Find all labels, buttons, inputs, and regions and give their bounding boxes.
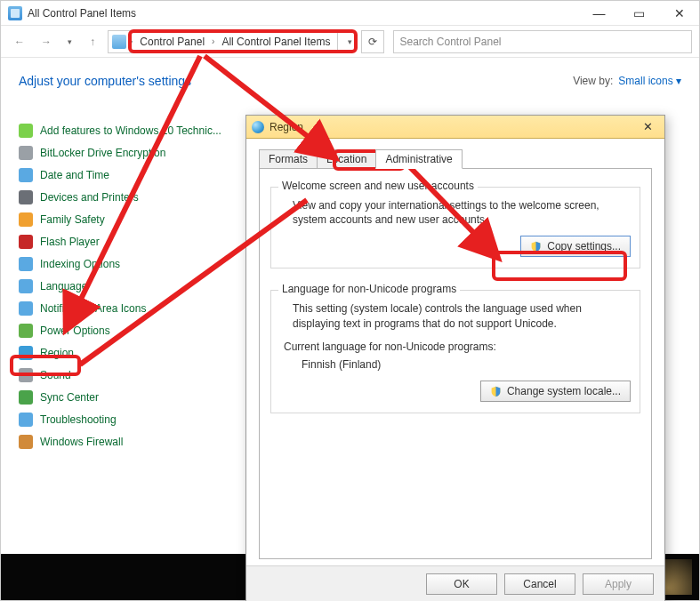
item-label: Sync Center: [40, 391, 99, 404]
titlebar: All Control Panel Items — ▭ ✕: [1, 1, 699, 26]
view-by: View by: Small icons ▾: [573, 75, 681, 87]
item-icon: [19, 235, 33, 249]
group-desc: This setting (system locale) controls th…: [293, 301, 631, 330]
item-icon: [19, 301, 33, 316]
chevron-right-icon: ›: [212, 36, 214, 46]
view-by-value[interactable]: Small icons ▾: [618, 75, 681, 87]
item-label: Sound: [40, 369, 71, 381]
history-dropdown[interactable]: ▾: [61, 37, 77, 46]
chevron-right-icon: ›: [130, 36, 133, 46]
breadcrumb-segment[interactable]: Control Panel: [136, 36, 208, 48]
copy-settings-button[interactable]: Copy settings...: [520, 236, 631, 257]
item-icon: [19, 435, 33, 449]
item-icon: [19, 346, 33, 360]
item-label: Power Options: [40, 325, 110, 337]
close-button[interactable]: ✕: [659, 1, 699, 26]
view-by-label: View by:: [573, 75, 613, 87]
tabs: Formats Location Administrative: [259, 149, 652, 169]
change-system-locale-button[interactable]: Change system locale...: [480, 381, 631, 402]
ok-button[interactable]: OK: [426, 573, 497, 595]
item-label: Notification Area Icons: [40, 302, 146, 315]
control-panel-icon: [8, 6, 22, 20]
item-label: BitLocker Drive Encryption: [40, 147, 165, 159]
minimize-button[interactable]: —: [579, 1, 619, 26]
page-title: Adjust your computer's settings: [19, 74, 191, 88]
apply-button[interactable]: Apply: [583, 573, 654, 595]
path-dropdown[interactable]: ▾: [342, 37, 358, 46]
item-label: Troubleshooting: [40, 413, 117, 426]
tab-location[interactable]: Location: [317, 149, 376, 169]
window-title: All Control Panel Items: [28, 7, 136, 20]
back-button[interactable]: ←: [8, 30, 31, 53]
group-legend: Language for non-Unicode programs: [278, 283, 460, 295]
item-icon: [19, 257, 33, 271]
chevron-down-icon: ▾: [676, 75, 681, 87]
item-icon: [19, 190, 33, 204]
item-icon: [19, 168, 33, 182]
current-lang-value: Finnish (Finland): [302, 357, 631, 372]
globe-icon: [252, 121, 264, 133]
tab-administrative[interactable]: Administrative: [375, 149, 462, 169]
breadcrumb[interactable]: › Control Panel › All Control Panel Item…: [108, 30, 338, 53]
up-button[interactable]: ↑: [81, 30, 104, 53]
item-label: Language: [40, 280, 87, 292]
tab-formats[interactable]: Formats: [259, 149, 318, 169]
navigation-bar: ← → ▾ ↑ › Control Panel › All Control Pa…: [1, 26, 699, 58]
dialog-titlebar: Region ✕: [246, 116, 664, 139]
item-label: Devices and Printers: [40, 191, 139, 204]
item-label: Date and Time: [40, 169, 109, 181]
cancel-button[interactable]: Cancel: [504, 573, 575, 595]
maximize-button[interactable]: ▭: [619, 1, 659, 26]
search-placeholder: Search Control Panel: [399, 36, 501, 48]
breadcrumb-segment[interactable]: All Control Panel Items: [218, 36, 334, 48]
item-label: Family Safety: [40, 213, 105, 226]
non-unicode-group: Language for non-Unicode programs This s…: [270, 290, 640, 413]
group-legend: Welcome screen and new user accounts: [278, 180, 478, 192]
tab-panel-administrative: Welcome screen and new user accounts Vie…: [259, 168, 652, 559]
dialog-footer: OK Cancel Apply: [246, 565, 664, 601]
item-label: Indexing Options: [40, 258, 120, 270]
dialog-title: Region: [270, 121, 303, 133]
shield-icon: [490, 386, 502, 397]
shield-icon: [530, 241, 542, 252]
item-icon: [19, 124, 33, 138]
search-input[interactable]: Search Control Panel: [393, 30, 692, 53]
item-icon: [19, 279, 33, 293]
group-desc: View and copy your international setting…: [293, 198, 631, 227]
item-icon: [19, 413, 33, 427]
item-label: Add features to Windows 10 Technic...: [40, 124, 221, 137]
item-label: Windows Firewall: [40, 436, 123, 448]
breadcrumb-icon: [112, 35, 126, 49]
item-icon: [19, 368, 33, 382]
dialog-close-button[interactable]: ✕: [636, 118, 659, 136]
refresh-button[interactable]: ⟳: [361, 30, 384, 53]
item-label: Region: [40, 347, 74, 359]
item-icon: [19, 146, 33, 160]
item-icon: [19, 212, 33, 227]
region-dialog: Region ✕ Formats Location Administrative…: [245, 115, 665, 601]
item-label: Flash Player: [40, 236, 100, 248]
current-lang-label: Current language for non-Unicode program…: [284, 340, 631, 354]
forward-button[interactable]: →: [35, 30, 58, 53]
welcome-screen-group: Welcome screen and new user accounts Vie…: [270, 187, 640, 268]
item-icon: [19, 324, 33, 338]
item-icon: [19, 390, 33, 405]
